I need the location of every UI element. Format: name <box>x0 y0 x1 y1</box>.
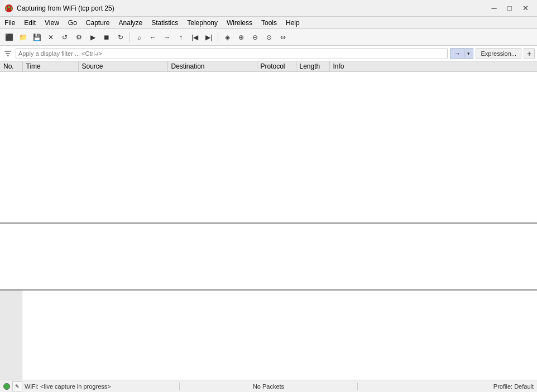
app-icon <box>4 4 13 13</box>
window-title: Capturing from WiFi (tcp port 25) <box>17 4 487 12</box>
toolbar-btn-save[interactable]: 💾 <box>30 31 44 44</box>
filterbar: → ▾ Expression... + <box>0 46 537 61</box>
toolbar-btn-zoom-reset[interactable]: ⊙ <box>262 31 276 44</box>
svg-rect-2 <box>6 53 10 54</box>
menu-item-edit[interactable]: Edit <box>20 17 40 28</box>
toolbar-btn-new[interactable]: ⬛ <box>2 31 16 44</box>
close-button[interactable]: ✕ <box>518 3 533 14</box>
menu-item-view[interactable]: View <box>40 17 64 28</box>
toolbar-separator-9 <box>130 32 130 42</box>
statusbar-profile: Profile: Default <box>360 383 534 390</box>
titlebar: Capturing from WiFi (tcp port 25) ─ □ ✕ <box>0 0 537 17</box>
menu-item-wireless[interactable]: Wireless <box>222 17 257 28</box>
filter-plus-button[interactable]: + <box>524 48 535 59</box>
toolbar-btn-start[interactable]: ▶ <box>86 31 99 44</box>
capture-status-text: WiFi: <live capture in progress> <box>25 383 111 390</box>
menu-item-analyze[interactable]: Analyze <box>114 17 147 28</box>
menu-item-statistics[interactable]: Statistics <box>147 17 183 28</box>
minimize-button[interactable]: ─ <box>487 3 501 14</box>
toolbar-btn-zoom-out[interactable]: ⊖ <box>248 31 262 44</box>
filter-input[interactable] <box>16 48 448 59</box>
toolbar-btn-first[interactable]: |◀ <box>188 31 202 44</box>
toolbar-btn-open[interactable]: 📁 <box>16 31 30 44</box>
svg-rect-3 <box>7 55 9 56</box>
packet-detail-pane[interactable] <box>0 224 537 291</box>
toolbar-btn-resize[interactable]: ⇔ <box>276 31 290 44</box>
capture-status-dot <box>3 383 10 390</box>
toolbar-btn-zoom-in[interactable]: ⊕ <box>234 31 248 44</box>
hex-sidebar <box>0 291 22 380</box>
toolbar-btn-color[interactable]: ◈ <box>220 31 234 44</box>
statusbar-divider <box>179 383 180 390</box>
col-header-info[interactable]: Info <box>329 61 537 72</box>
menubar: FileEditViewGoCaptureAnalyzeStatisticsTe… <box>0 17 537 29</box>
menu-item-capture[interactable]: Capture <box>81 17 114 28</box>
toolbar-btn-last[interactable]: ▶| <box>202 31 215 44</box>
maximize-button[interactable]: □ <box>502 3 517 14</box>
toolbar-btn-cap-opts[interactable]: ⚙ <box>72 31 85 44</box>
toolbar-btn-stop[interactable]: ⏹ <box>100 31 113 44</box>
toolbar-btn-reload[interactable]: ↺ <box>58 31 71 44</box>
menu-item-go[interactable]: Go <box>64 17 81 28</box>
window-controls: ─ □ ✕ <box>487 3 533 14</box>
toolbar-btn-prev[interactable]: ← <box>146 31 160 44</box>
toolbar-btn-close-cap[interactable]: ✕ <box>44 31 57 44</box>
toolbar-btn-goto[interactable]: ↑ <box>174 31 188 44</box>
statusbar-left: ✎ WiFi: <live capture in progress> <box>3 381 177 391</box>
col-header-protocol[interactable]: Protocol <box>257 61 296 72</box>
statusbar: ✎ WiFi: <live capture in progress> No Pa… <box>0 380 537 392</box>
expression-button[interactable]: Expression... <box>476 48 521 59</box>
col-header-time[interactable]: Time <box>22 61 78 72</box>
menu-item-help[interactable]: Help <box>281 17 304 28</box>
toolbar-btn-restart[interactable]: ↻ <box>114 31 127 44</box>
packet-list[interactable]: No.TimeSourceDestinationProtocolLengthIn… <box>0 61 537 224</box>
menu-item-telephony[interactable]: Telephony <box>183 17 222 28</box>
toolbar-btn-next[interactable]: → <box>160 31 174 44</box>
toolbar: ⬛📁💾✕↺⚙▶⏹↻⌕←→↑|◀▶|◈⊕⊖⊙⇔ <box>0 29 537 46</box>
profile-label: Profile: Default <box>493 383 534 390</box>
hex-content[interactable] <box>22 291 537 380</box>
filter-icon <box>2 48 13 59</box>
toolbar-btn-find[interactable]: ⌕ <box>132 31 146 44</box>
statusbar-icon-button[interactable]: ✎ <box>12 381 22 391</box>
svg-rect-1 <box>4 51 11 52</box>
packet-table: No.TimeSourceDestinationProtocolLengthIn… <box>0 61 537 72</box>
statusbar-divider2 <box>357 383 358 390</box>
filter-dropdown-button[interactable]: ▾ <box>464 48 473 59</box>
col-header-length[interactable]: Length <box>296 61 329 72</box>
col-header-no[interactable]: No. <box>0 61 22 72</box>
packet-table-header: No.TimeSourceDestinationProtocolLengthIn… <box>0 61 537 72</box>
statusbar-packets: No Packets <box>182 383 356 390</box>
packets-label: No Packets <box>253 383 284 390</box>
col-header-source[interactable]: Source <box>78 61 167 72</box>
menu-item-file[interactable]: File <box>0 17 20 28</box>
hex-pane <box>0 291 537 380</box>
col-header-destination[interactable]: Destination <box>167 61 257 72</box>
menu-item-tools[interactable]: Tools <box>257 17 281 28</box>
toolbar-separator-16 <box>218 32 218 42</box>
filter-apply-button[interactable]: → <box>450 48 464 59</box>
